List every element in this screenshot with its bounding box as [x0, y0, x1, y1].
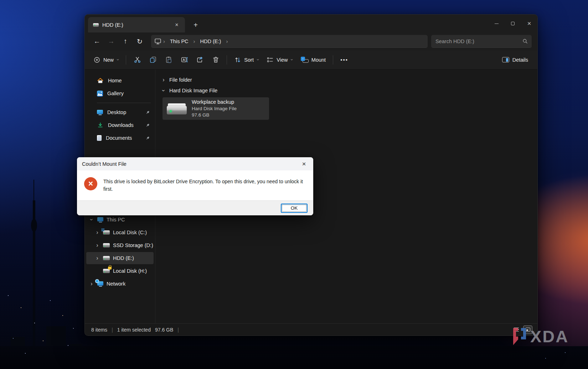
chevron-expanded-icon[interactable]: › — [89, 217, 94, 222]
address-bar[interactable]: › This PC › HDD (E:) › — [151, 35, 428, 48]
copy-button[interactable] — [145, 53, 160, 67]
forward-button[interactable]: → — [105, 35, 118, 47]
breadcrumb-this-pc[interactable]: This PC — [166, 37, 192, 46]
sidebar-item-label: Gallery — [107, 91, 151, 96]
file-tile-workplace-backup[interactable]: Workplace backup Hard Disk Image File 97… — [163, 97, 269, 120]
tab-bar: HDD (E:) × + × — [85, 15, 537, 32]
status-separator: | — [177, 327, 179, 333]
more-dots-icon: ••• — [340, 57, 348, 63]
selection-count: 1 item selected — [117, 327, 151, 333]
ground-silhouette — [0, 346, 588, 369]
chevron-down-icon: › — [289, 59, 295, 60]
sidebar-item-home[interactable]: Home — [95, 75, 153, 87]
sidebar-item-ssd-storage-d[interactable]: › SSD Storage (D:) — [86, 239, 154, 251]
new-tab-button[interactable]: + — [190, 20, 201, 30]
sidebar-item-documents[interactable]: Documents — [95, 132, 153, 144]
toolbar-divider — [126, 55, 126, 65]
paste-clipboard-icon — [165, 56, 172, 63]
status-separator: | — [112, 327, 113, 333]
breadcrumb-chevron-icon[interactable]: › — [163, 38, 166, 44]
sidebar-item-network[interactable]: › Network — [86, 278, 154, 290]
drive-icon — [103, 243, 110, 247]
navigation-bar: ← → ↑ ↻ › This PC › HDD (E:) › — [85, 32, 537, 50]
sidebar-item-this-pc[interactable]: › This PC — [86, 214, 154, 226]
more-options-button[interactable]: ••• — [337, 53, 352, 67]
sidebar-item-gallery[interactable]: Gallery — [95, 87, 153, 99]
chevron-collapsed-icon[interactable]: › — [95, 230, 100, 235]
file-tile-text: Workplace backup Hard Disk Image File 97… — [192, 99, 237, 119]
search-icon — [522, 38, 528, 44]
sidebar-quick-group: Home Gallery Desktop — [85, 74, 155, 145]
group-header-hard-disk-image[interactable]: › Hard Disk Image File — [161, 85, 537, 96]
ok-button[interactable]: OK — [281, 204, 308, 213]
gallery-icon — [97, 91, 103, 97]
sort-button[interactable]: Sort › — [231, 54, 262, 66]
chevron-collapsed-icon[interactable]: › — [95, 255, 100, 261]
xda-logo-icon — [511, 325, 528, 347]
chevron-collapsed-icon[interactable]: › — [89, 281, 94, 287]
window-controls: × — [488, 15, 537, 32]
chevron-down-icon: › — [115, 59, 121, 60]
delete-button[interactable] — [208, 53, 223, 67]
back-button[interactable]: ← — [91, 35, 103, 47]
cut-button[interactable] — [130, 53, 145, 67]
this-pc-monitor-icon — [154, 37, 162, 45]
pin-icon — [145, 136, 150, 140]
tab-hdd-e[interactable]: HDD (E:) × — [88, 17, 185, 32]
dialog-close-icon[interactable]: × — [297, 159, 311, 169]
view-button[interactable]: View › — [263, 54, 296, 66]
item-count: 8 items — [91, 327, 107, 333]
sidebar-item-label: Local Disk (H:) — [113, 268, 151, 274]
group-header-file-folder[interactable]: › File folder — [161, 75, 537, 85]
new-button[interactable]: New › — [90, 54, 122, 66]
minimize-button[interactable] — [488, 15, 505, 32]
documents-icon — [97, 135, 102, 141]
paste-button[interactable] — [161, 53, 176, 67]
hard-disk-image-icon — [167, 106, 187, 114]
sidebar-item-downloads[interactable]: Downloads — [95, 119, 153, 131]
up-button[interactable]: ↑ — [119, 35, 132, 47]
tab-close-icon[interactable]: × — [172, 20, 181, 30]
mount-button[interactable]: ↑ Mount — [297, 54, 329, 65]
sidebar-item-label: Local Disk (C:) — [113, 230, 151, 235]
search-box[interactable] — [431, 35, 532, 48]
breadcrumb-chevron-icon[interactable]: › — [225, 38, 228, 44]
rename-icon — [181, 56, 188, 63]
home-icon — [97, 77, 104, 84]
xda-logo-text: XDA — [530, 328, 569, 345]
tab-title: HDD (E:) — [102, 22, 169, 28]
sidebar-item-local-disk-h[interactable]: › Local Disk (H:) — [86, 265, 154, 277]
pin-icon — [145, 110, 150, 115]
sidebar-item-hdd-e[interactable]: › HDD (E:) — [86, 252, 154, 264]
details-toggle-button[interactable]: Details — [498, 55, 532, 65]
command-bar: New › — [85, 50, 537, 70]
drive-icon — [103, 256, 110, 260]
this-pc-icon — [97, 217, 103, 221]
chevron-down-icon: › — [256, 59, 261, 60]
sidebar-item-label: SSD Storage (D:) — [113, 242, 153, 248]
share-button[interactable] — [192, 53, 207, 67]
sidebar-item-local-disk-c[interactable]: › Local Disk (C:) — [86, 226, 154, 239]
close-button[interactable]: × — [521, 15, 537, 32]
chevron-collapsed-icon[interactable]: › — [95, 242, 100, 248]
share-icon — [196, 56, 204, 63]
breadcrumb-hdd-e[interactable]: HDD (E:) — [197, 37, 225, 46]
selection-size: 97.6 GB — [155, 327, 173, 333]
sidebar-item-label: Desktop — [107, 109, 141, 115]
maximize-button[interactable] — [505, 15, 521, 32]
sidebar-item-label: This PC — [107, 217, 151, 222]
cut-scissors-icon — [134, 56, 141, 63]
chevron-expanded-icon[interactable]: › — [161, 88, 166, 93]
sidebar-item-desktop[interactable]: Desktop — [95, 106, 153, 118]
network-icon — [97, 281, 103, 286]
drive-icon — [93, 23, 99, 27]
plus-circle-icon — [93, 56, 100, 63]
chevron-collapsed-icon[interactable]: › — [161, 77, 166, 83]
rename-button[interactable] — [177, 53, 192, 67]
toolbar-divider — [333, 55, 333, 65]
refresh-button[interactable]: ↻ — [133, 35, 146, 47]
dialog-body: × This drive is locked by BitLocker Driv… — [77, 170, 313, 200]
breadcrumb-chevron-icon[interactable]: › — [193, 38, 196, 44]
search-input[interactable] — [435, 39, 522, 44]
details-pane-icon — [502, 57, 509, 62]
